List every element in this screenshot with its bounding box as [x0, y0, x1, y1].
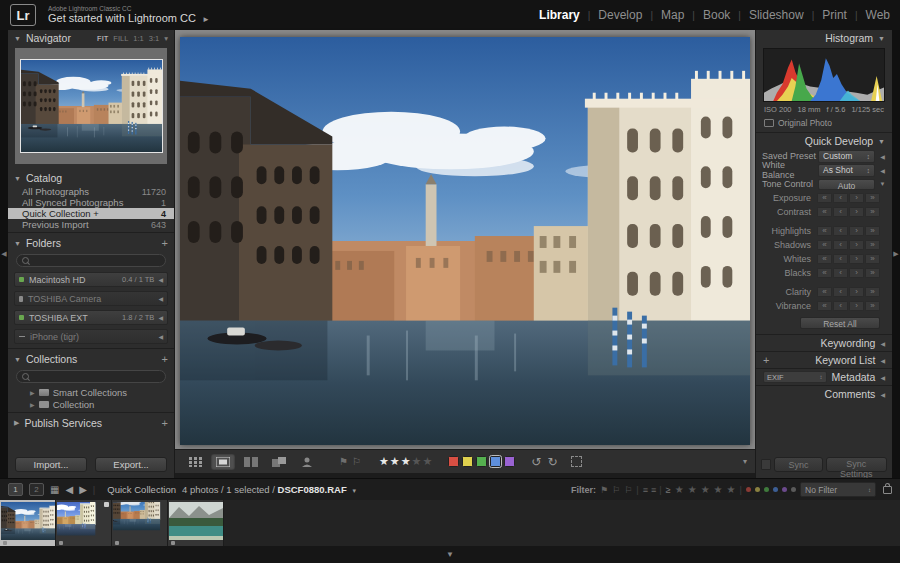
decrease-button[interactable]: ‹	[833, 193, 848, 203]
filter-color-red-icon[interactable]	[746, 487, 751, 492]
increase-large-button[interactable]: »	[865, 207, 880, 217]
disclosure-triangle-icon[interactable]: ▶	[30, 401, 35, 408]
thumbnail-3[interactable]	[112, 500, 168, 546]
expand-folder-icon[interactable]: ◀	[158, 314, 163, 321]
catalog-header[interactable]: ▼ Catalog	[8, 170, 174, 186]
decrease-large-button[interactable]: «	[817, 207, 832, 217]
export-button[interactable]: Export...	[95, 457, 167, 472]
compare-view-button[interactable]	[239, 454, 263, 470]
catalog-item-all-photographs[interactable]: All Photographs 11720	[8, 186, 174, 197]
folder-item-toshiba-camera[interactable]: TOSHIBA Camera ◀	[14, 291, 168, 306]
metadata-panel-header[interactable]: EXIF↕ Metadata ◀	[756, 368, 892, 385]
increase-button[interactable]: ›	[849, 254, 864, 264]
grid-view-shortcut-icon[interactable]: ▦	[50, 484, 59, 495]
go-forward-icon[interactable]: ▶	[79, 484, 87, 495]
zoom-ratio-dropdown-icon[interactable]: ▾	[164, 34, 168, 43]
keyword-list-panel-header[interactable]: + Keyword List ◀	[756, 351, 892, 368]
star-icon[interactable]: ★	[390, 455, 400, 468]
folder-item-macintosh-hd[interactable]: Macintosh HD 0.4 / 1 TB ◀	[14, 272, 168, 287]
filter-star-icon[interactable]: ★	[727, 484, 736, 495]
collections-search-input[interactable]	[16, 370, 166, 383]
rotate-right-button[interactable]: ↻	[547, 455, 557, 469]
filmstrip-source[interactable]: Quick Collection	[107, 484, 176, 495]
increase-large-button[interactable]: »	[865, 301, 880, 311]
color-label-green[interactable]	[476, 456, 487, 467]
filter-preset-dropdown[interactable]: No Filter↕	[800, 482, 876, 497]
loupe-view[interactable]	[175, 30, 755, 449]
decrease-large-button[interactable]: «	[817, 301, 832, 311]
color-label-yellow[interactable]	[462, 456, 473, 467]
module-print[interactable]: Print	[822, 8, 847, 22]
upsell-link[interactable]: Get started with Lightroom CC►	[48, 12, 210, 25]
thumbnail-1-selected[interactable]	[0, 500, 56, 546]
increase-button[interactable]: ›	[849, 193, 864, 203]
filter-star-icon[interactable]: ★	[675, 484, 684, 495]
folder-item-iphone[interactable]: iPhone (tigr) ◀	[14, 329, 168, 344]
increase-button[interactable]: ›	[849, 207, 864, 217]
increase-large-button[interactable]: »	[865, 240, 880, 250]
collapse-section-icon[interactable]: ▼	[879, 181, 886, 187]
second-window-button[interactable]: 2	[29, 483, 44, 496]
sync-mode-toggle[interactable]	[761, 459, 771, 470]
publish-services-header[interactable]: ▶ Publish Services +	[8, 415, 174, 431]
collections-header[interactable]: ▼ Collections +	[8, 351, 174, 367]
flag-reject-button[interactable]: ⚐	[352, 456, 361, 467]
navigator-preview[interactable]	[15, 48, 167, 164]
sync-button[interactable]: Sync	[774, 457, 823, 472]
increase-button[interactable]: ›	[849, 240, 864, 250]
filter-color-green-icon[interactable]	[764, 487, 769, 492]
add-folder-button[interactable]: +	[162, 237, 168, 249]
keywording-panel-header[interactable]: Keywording ◀	[756, 334, 892, 351]
decrease-button[interactable]: ‹	[833, 226, 848, 236]
filmstrip-selection-info[interactable]: 4 photos / 1 selected / DSCF0880.RAF ▾	[182, 484, 356, 495]
add-publish-service-button[interactable]: +	[162, 417, 168, 429]
color-label-red[interactable]	[448, 456, 459, 467]
decrease-large-button[interactable]: «	[817, 226, 832, 236]
zoom-fit[interactable]: FIT	[97, 34, 108, 43]
collapse-left-panel-arrow[interactable]: ◀	[0, 30, 8, 478]
module-web[interactable]: Web	[866, 8, 890, 22]
expand-section-icon[interactable]: ◀	[879, 153, 886, 160]
saved-preset-dropdown[interactable]: Custom↕	[818, 150, 875, 163]
catalog-item-previous-import[interactable]: Previous Import 643	[8, 219, 174, 230]
catalog-item-all-synced[interactable]: All Synced Photographs 1	[8, 197, 174, 208]
navigator-header[interactable]: ▼ Navigator FIT FILL 1:1 3:1 ▾	[8, 30, 174, 46]
folders-header[interactable]: ▼ Folders +	[8, 235, 174, 251]
add-keyword-button[interactable]: +	[763, 354, 769, 366]
people-view-button[interactable]	[295, 454, 319, 470]
module-library[interactable]: Library	[539, 8, 580, 22]
expand-folder-icon[interactable]: ◀	[158, 333, 163, 340]
toolbar-options-dropdown-icon[interactable]: ▾	[743, 457, 747, 466]
thumbnail-4[interactable]	[168, 500, 224, 546]
selected-photo[interactable]	[180, 37, 750, 445]
star-icon[interactable]: ★	[412, 455, 422, 468]
expand-section-icon[interactable]: ◀	[879, 167, 886, 174]
grid-overlay-button[interactable]	[571, 456, 582, 467]
filter-star-icon[interactable]: ★	[701, 484, 710, 495]
increase-button[interactable]: ›	[849, 301, 864, 311]
decrease-large-button[interactable]: «	[817, 193, 832, 203]
sync-settings-button[interactable]: Sync Settings	[826, 457, 887, 472]
go-back-icon[interactable]: ◀	[65, 484, 73, 495]
module-slideshow[interactable]: Slideshow	[749, 8, 804, 22]
star-rating-control[interactable]: ★★★★★	[379, 455, 432, 468]
increase-large-button[interactable]: »	[865, 226, 880, 236]
filter-color-purple-icon[interactable]	[782, 487, 787, 492]
filter-flag-unflagged-icon[interactable]: ⚐	[612, 485, 620, 495]
increase-large-button[interactable]: »	[865, 193, 880, 203]
increase-button[interactable]: ›	[849, 226, 864, 236]
zoom-3-1[interactable]: 3:1	[149, 34, 159, 43]
filter-metadata-status-icon[interactable]: ≡	[651, 485, 655, 495]
module-book[interactable]: Book	[703, 8, 730, 22]
increase-button[interactable]: ›	[849, 268, 864, 278]
expand-folder-icon[interactable]: ◀	[158, 276, 163, 283]
module-map[interactable]: Map	[661, 8, 684, 22]
comments-panel-header[interactable]: Comments ◀	[756, 385, 892, 402]
main-window-button[interactable]: 1	[8, 483, 23, 496]
add-collection-button[interactable]: +	[162, 353, 168, 365]
increase-large-button[interactable]: »	[865, 254, 880, 264]
rating-comparator-icon[interactable]: ≥	[666, 485, 671, 495]
decrease-large-button[interactable]: «	[817, 254, 832, 264]
folder-item-toshiba-ext[interactable]: TOSHIBA EXT 1.8 / 2 TB ◀	[14, 310, 168, 325]
histogram-header[interactable]: Histogram ▼	[756, 30, 892, 46]
